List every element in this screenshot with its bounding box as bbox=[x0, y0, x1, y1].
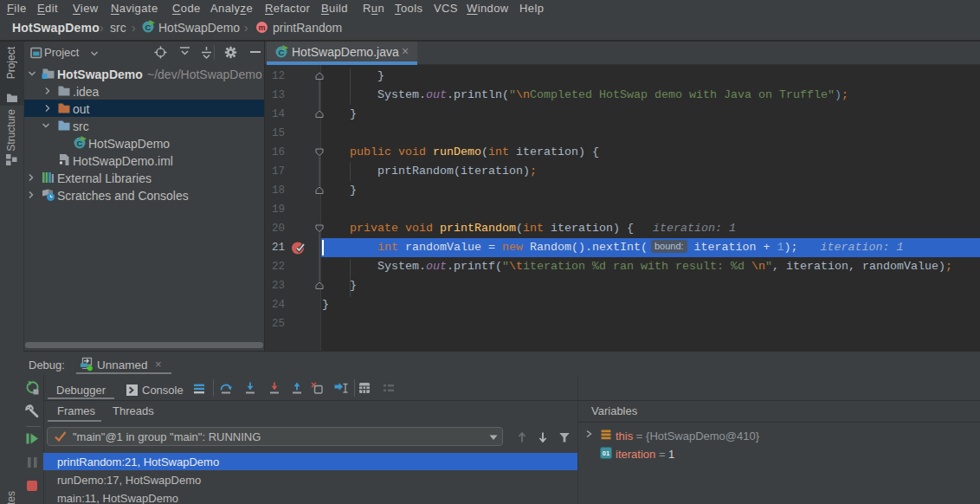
svg-text:01: 01 bbox=[603, 449, 609, 457]
svg-text:m: m bbox=[258, 23, 265, 32]
